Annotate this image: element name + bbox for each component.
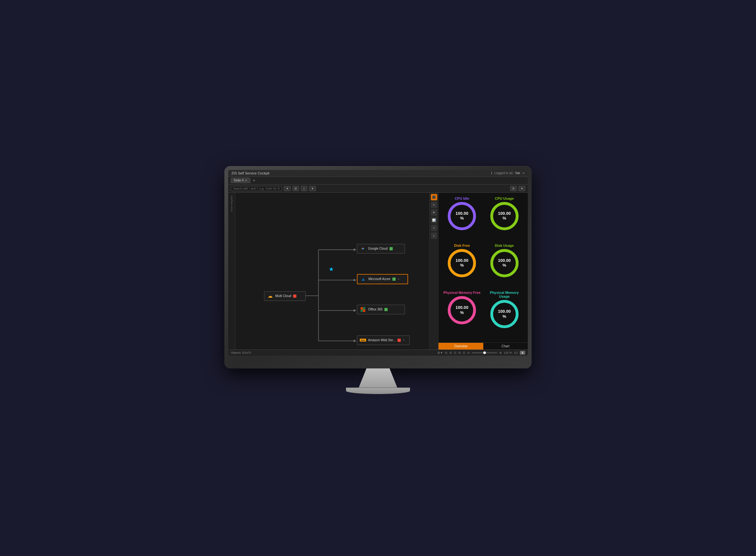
svg-rect-11	[361, 307, 363, 310]
metrics-tabs: Overview Chart	[438, 343, 528, 350]
node-office365[interactable]: Office 365	[357, 305, 405, 314]
zoom-slider[interactable]	[472, 352, 497, 353]
physical-memory-free-label: 100.00 %	[456, 305, 468, 315]
canvas-area: ★ ☁ Multi Cloud	[235, 193, 429, 350]
aws-icon: aws	[360, 337, 366, 343]
menu-button[interactable]: ▼	[518, 186, 525, 191]
show-navigation-button[interactable]: Show navigation	[230, 194, 233, 213]
logged-in-label: Logged in as:	[494, 171, 513, 175]
dropdown-button[interactable]: ▼	[309, 186, 316, 191]
node-label-multi-cloud: Multi Cloud	[275, 294, 291, 298]
layout-btn[interactable]: ⊞▼	[437, 351, 443, 354]
logout-icon[interactable]: ⇒	[522, 171, 525, 175]
tab-bar: Seite 4 ✕ +	[228, 177, 528, 185]
cpu-idle-donut: 100.00 %	[447, 202, 476, 231]
username: har	[516, 171, 520, 175]
disk-usage-label: 100.00 %	[498, 258, 511, 268]
download-btn[interactable]: ⤓	[431, 232, 437, 239]
svg-rect-14	[363, 310, 365, 312]
svg-rect-13	[361, 310, 363, 312]
page-indicator: 1/1	[514, 351, 518, 354]
node-multi-cloud[interactable]: ☁ Multi Cloud	[264, 291, 306, 301]
view-btn3[interactable]: ⊡	[454, 351, 457, 354]
zoom-out-btn[interactable]: ⊖	[467, 351, 470, 354]
monitor-screen: ZIS Self Service Cockpit ℹ Logged in as:…	[228, 170, 528, 356]
chart-btn[interactable]: 📊	[431, 217, 437, 223]
node-label-azure: Microsoft Azure	[368, 277, 391, 281]
tab-close-icon[interactable]: ✕	[245, 179, 247, 182]
monitor-base	[346, 388, 410, 394]
physical-memory-usage-title: Physical Memory Usage	[485, 291, 524, 298]
node-label-google-cloud: Google Cloud	[368, 247, 388, 250]
export-button[interactable]: ⤓	[301, 186, 307, 191]
star-icon: ★	[329, 266, 334, 273]
monitor-wrapper: ZIS Self Service Cockpit ℹ Logged in as:…	[224, 166, 532, 390]
overview-panel-btn[interactable]: ⬛	[431, 194, 437, 200]
monitor-bezel: ZIS Self Service Cockpit ℹ Logged in as:…	[224, 166, 532, 369]
expand-btn[interactable]: ⤢	[431, 225, 437, 231]
view-btn2[interactable]: ⊟	[449, 351, 452, 354]
metrics-panel: CPU Idle 100.00 %	[438, 193, 528, 350]
svg-marker-7	[354, 279, 356, 281]
cpu-idle-label: 100.00 %	[456, 211, 468, 221]
filter-btn[interactable]: ▼	[431, 209, 437, 216]
physical-memory-free-title: Physical Memory Free	[443, 291, 480, 294]
google-cloud-status	[390, 247, 393, 250]
add-tab-button[interactable]: +	[252, 178, 256, 183]
multi-cloud-status	[293, 294, 296, 298]
disk-usage-donut: 100.00 %	[490, 249, 519, 278]
aws-arrow: ›	[403, 338, 404, 342]
title-bar-left: ZIS Self Service Cockpit	[231, 171, 269, 175]
physical-memory-usage-donut: 100.00 %	[490, 300, 519, 328]
cpu-usage-donut: 100.00 %	[490, 202, 519, 231]
filter-button[interactable]: ▼	[284, 186, 291, 191]
view-btn5[interactable]: ⊡	[463, 351, 465, 354]
office365-status	[385, 308, 388, 311]
status-bar: Objects: 5/1473 ⊞▼ ⊟ ⊟ ⊡ ⊟ ⊡ ⊖ ⊕ 120 % 1…	[228, 350, 528, 356]
grid-button[interactable]: ⊞	[292, 186, 299, 191]
node-microsoft-azure[interactable]: ▲ Microsoft Azure ›	[357, 274, 408, 284]
status-bar-right: ⊞▼ ⊟ ⊟ ⊡ ⊟ ⊡ ⊖ ⊕ 120 % 1/1 ⏸	[437, 351, 525, 355]
metric-cpu-idle: CPU Idle 100.00 %	[442, 197, 482, 240]
view-btn[interactable]: ⊟	[445, 351, 447, 354]
metrics-grid: CPU Idle 100.00 %	[438, 193, 528, 343]
office365-icon	[360, 306, 366, 313]
title-bar: ZIS Self Service Cockpit ℹ Logged in as:…	[228, 170, 528, 177]
objects-count: Objects: 5/1473	[231, 351, 251, 354]
zoom-in-btn[interactable]: ⊕	[499, 351, 502, 354]
node-google-cloud[interactable]: Google Cloud	[357, 244, 405, 253]
metric-physical-memory-free: Physical Memory Free 100.00 %	[442, 291, 482, 338]
disk-free-unit: %	[456, 263, 468, 268]
search-input[interactable]	[231, 186, 282, 191]
aws-status	[398, 339, 401, 342]
disk-usage-value: 100.00	[498, 258, 511, 263]
zoom-level: 120 %	[504, 351, 512, 354]
monitor-stand	[359, 369, 397, 388]
physical-memory-free-donut: 100.00 %	[447, 296, 476, 324]
metrics-tab-overview[interactable]: Overview	[438, 343, 483, 350]
azure-status	[392, 278, 396, 281]
physical-memory-usage-label: 100.00 %	[498, 309, 511, 319]
metrics-tab-chart[interactable]: Chart	[483, 343, 528, 350]
left-sidebar: Show navigation	[228, 193, 235, 350]
list-btn[interactable]: ≡	[431, 202, 437, 208]
view-btn4[interactable]: ⊟	[458, 351, 461, 354]
node-aws[interactable]: aws Amazon Web Ser... ›	[357, 336, 410, 345]
cpu-usage-title: CPU Usage	[495, 197, 514, 200]
tab-seite4[interactable]: Seite 4 ✕	[231, 178, 250, 183]
disk-free-label: 100.00 %	[456, 258, 468, 268]
azure-icon: ▲	[360, 276, 366, 282]
physical-memory-free-unit: %	[456, 310, 468, 315]
svg-rect-12	[363, 307, 365, 310]
physical-memory-free-value: 100.00	[456, 305, 468, 311]
azure-arrow: ›	[398, 277, 399, 281]
settings-button[interactable]: ⚙	[510, 186, 516, 191]
svg-marker-6	[354, 248, 356, 251]
pause-btn[interactable]: ⏸	[520, 351, 525, 355]
node-label-aws: Amazon Web Ser...	[368, 338, 396, 342]
physical-memory-usage-value: 100.00	[498, 309, 511, 314]
toolbar: ▼ ⊞ ⤓ ▼ ⚙ ▼	[228, 185, 528, 193]
help-icon[interactable]: ℹ	[491, 171, 492, 175]
svg-marker-8	[354, 309, 356, 312]
cpu-usage-label: 100.00 %	[498, 211, 511, 221]
